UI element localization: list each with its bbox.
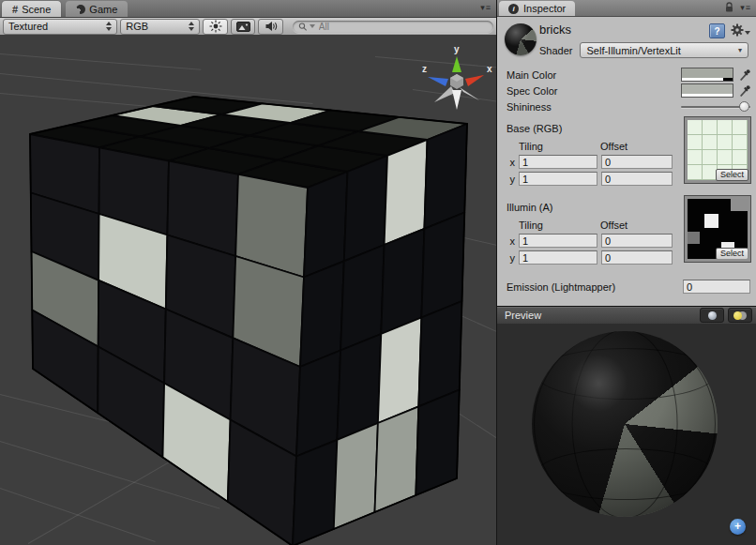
cube-face-right: [293, 124, 467, 545]
shininess-row: Shininess: [497, 98, 756, 114]
tab-scene[interactable]: # Scene: [2, 1, 61, 17]
scene-tabstrip: # Scene Game ▾≡: [0, 0, 496, 18]
updown-arrows-icon: [106, 22, 112, 31]
draw-mode-value: Textured: [8, 21, 48, 32]
tab-inspector[interactable]: i Inspector: [499, 1, 575, 16]
preview-viewport[interactable]: +: [497, 324, 756, 545]
gizmo-y-label: y: [454, 44, 460, 54]
tab-game-label: Game: [89, 4, 117, 15]
base-tiling-y-input[interactable]: [519, 172, 597, 186]
scene-panel-menu-icon[interactable]: ▾≡: [480, 3, 491, 12]
gear-icon: [731, 23, 744, 37]
illumin-offset-y-input[interactable]: [601, 250, 673, 265]
illumin-offset-header: Offset: [600, 220, 627, 231]
y-axis-cone[interactable]: [452, 56, 461, 72]
spec-color-label: Spec Color: [507, 85, 681, 97]
spec-color-row: Spec Color: [497, 83, 756, 98]
eyedropper-icon[interactable]: [738, 84, 750, 98]
light-toggle-icon: [733, 311, 747, 320]
spec-color-swatch[interactable]: [681, 83, 733, 98]
neg-axis-cone[interactable]: [460, 87, 479, 100]
emission-row: Emission (Lightmapper): [497, 279, 756, 295]
z-axis-cone[interactable]: [428, 77, 448, 86]
scene-skybox-toggle[interactable]: [231, 19, 256, 35]
scene-panel: # Scene Game ▾≡ Textured RGB: [0, 0, 497, 545]
emission-input[interactable]: [683, 280, 750, 294]
scene-search-field[interactable]: [293, 21, 493, 33]
shader-value: Self-Illumin/VertexLit: [586, 45, 680, 56]
lock-icon[interactable]: [724, 2, 734, 13]
base-x-label: x: [507, 157, 515, 168]
cube-tile: [344, 156, 387, 261]
material-name: bricks: [539, 23, 571, 37]
info-icon: i: [508, 4, 519, 14]
illumin-texture-select-button[interactable]: Select: [716, 248, 748, 260]
search-filter-arrow-icon[interactable]: [310, 24, 315, 28]
cube-tile: [304, 172, 348, 278]
gear-dropdown-arrow-icon: [745, 31, 750, 35]
preview-header[interactable]: Preview: [497, 307, 756, 325]
illumin-section: Illumin (A) Tiling Offset x y Select: [497, 202, 756, 265]
illumin-y-label: y: [507, 252, 515, 264]
tab-scene-label: Scene: [22, 4, 51, 15]
preview-shape-button[interactable]: [700, 308, 724, 323]
material-preview-thumbnail[interactable]: [505, 23, 537, 55]
scene-toolbar: Textured RGB: [0, 18, 496, 36]
neg-axis-cone[interactable]: [434, 86, 455, 102]
shader-dropdown[interactable]: Self-Illumin/VertexLit ▾: [580, 42, 748, 58]
main-color-label: Main Color: [507, 69, 681, 81]
preview-pane: Preview +: [497, 306, 756, 545]
gizmo-z-label: z: [422, 64, 427, 74]
preview-lighting-button[interactable]: [728, 308, 752, 323]
main-color-swatch[interactable]: [681, 68, 733, 82]
sphere-icon: [708, 311, 717, 320]
base-tiling-x-input[interactable]: [519, 155, 597, 169]
chevron-down-icon: ▾: [738, 46, 742, 54]
base-offset-header: Offset: [600, 141, 627, 152]
scene-audio-toggle[interactable]: [258, 19, 283, 35]
inspector-tabstrip: i Inspector ▾≡: [497, 0, 756, 17]
scene-grid-icon: #: [12, 4, 18, 15]
shininess-slider[interactable]: [681, 100, 750, 114]
base-offset-y-input[interactable]: [601, 172, 673, 186]
eyedropper-icon[interactable]: [738, 68, 750, 82]
base-offset-x-input[interactable]: [601, 155, 673, 169]
x-axis-cone[interactable]: [465, 75, 484, 86]
material-header: bricks Shader Self-Illumin/VertexLit ▾ ?: [497, 17, 756, 60]
shininess-label: Shininess: [507, 101, 681, 113]
scene-viewport[interactable]: y x z: [0, 35, 496, 545]
sun-icon: [209, 20, 222, 33]
preview-title: Preview: [505, 310, 541, 321]
context-menu-button[interactable]: [731, 23, 750, 37]
illumin-texture-thumbnail[interactable]: Select: [685, 196, 750, 262]
preview-sphere[interactable]: [532, 331, 718, 517]
illumin-offset-x-input[interactable]: [601, 234, 673, 248]
illumin-tiling-y-input[interactable]: [519, 250, 597, 265]
base-texture-select-button[interactable]: Select: [716, 169, 748, 181]
help-icon[interactable]: ?: [709, 23, 725, 38]
cube-tile: [424, 124, 467, 229]
search-input[interactable]: [317, 21, 488, 33]
slider-knob[interactable]: [739, 101, 749, 112]
add-label-button[interactable]: +: [730, 519, 746, 535]
emission-label: Emission (Lightmapper): [507, 281, 683, 293]
sphere-shading: [532, 331, 718, 517]
main-color-row: Main Color: [497, 67, 756, 83]
texture-tile: [731, 199, 748, 211]
scene-lighting-toggle[interactable]: [203, 19, 228, 35]
base-texture-thumbnail[interactable]: Select: [685, 117, 750, 183]
tab-game[interactable]: Game: [66, 1, 128, 17]
cube-tile: [293, 440, 337, 545]
color-mode-dropdown[interactable]: RGB: [120, 19, 200, 35]
inspector-panel-menu-icon[interactable]: ▾≡: [740, 3, 751, 12]
game-icon: [76, 5, 85, 14]
base-tiling-header: Tiling: [519, 141, 600, 152]
base-y-label: y: [507, 174, 515, 185]
orientation-gizmo[interactable]: y x z: [419, 43, 494, 116]
texture-tile: [688, 232, 700, 244]
cube-face-left: [30, 134, 308, 545]
neg-axis-cone[interactable]: [452, 90, 461, 110]
illumin-tiling-x-input[interactable]: [519, 234, 597, 248]
shader-label: Shader: [539, 45, 572, 56]
draw-mode-dropdown[interactable]: Textured: [3, 19, 117, 35]
